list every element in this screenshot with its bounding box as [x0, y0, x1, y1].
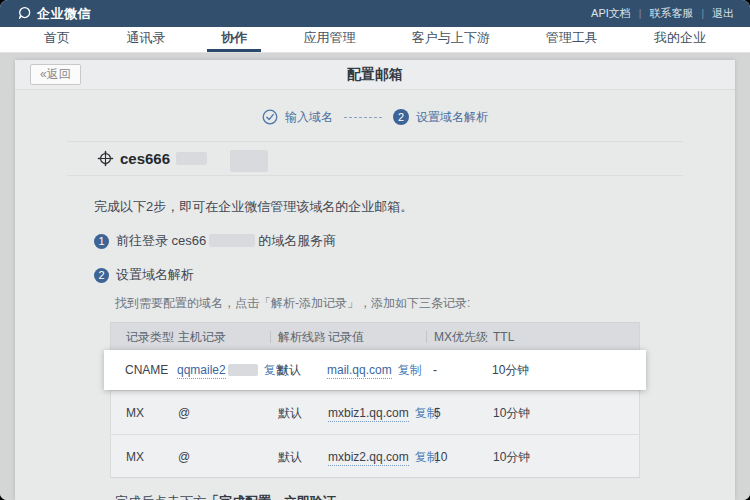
host-record: @ — [178, 391, 278, 435]
col-host-record: 主机记录 — [178, 323, 278, 351]
page-background: «返回 配置邮箱 输入域名 2 设置域名解析 — [0, 53, 750, 500]
redaction-box — [228, 364, 258, 376]
redaction-box — [176, 152, 207, 165]
step1-row: 1 前往登录 ces66的域名服务商 — [94, 232, 683, 250]
nav-tab-contacts[interactable]: 通讯录 — [112, 27, 179, 52]
footer-note: 完成后点击下方「完成配置，立即验证」。 — [115, 493, 683, 500]
col-record-value: 记录值 — [328, 323, 434, 351]
nav-tab-collaboration[interactable]: 协作 — [207, 27, 261, 52]
nav-tab-admin-tools[interactable]: 管理工具 — [532, 27, 612, 52]
brand: 企业微信 — [17, 5, 91, 23]
mx-priority: 5 — [434, 391, 493, 435]
step2-number-badge: 2 — [94, 268, 109, 283]
record-type: MX — [126, 391, 178, 435]
step1-indicator-label: 输入域名 — [285, 109, 333, 126]
domain-row: ces666 — [97, 148, 683, 168]
step-indicator: 输入域名 2 设置域名解析 — [67, 109, 683, 125]
separator: | — [639, 8, 642, 19]
back-button[interactable]: «返回 — [30, 64, 81, 85]
contact-support-link[interactable]: 联系客服 — [647, 6, 695, 21]
copy-value-button[interactable]: 复制 — [398, 363, 422, 377]
table-header-row: 记录类型 主机记录 解析线路 记录值 MX优先级 TTL — [110, 322, 640, 350]
topbar: 企业微信 API文档 | 联系客服 | 退出 — [0, 0, 750, 27]
resolution-line: 默认 — [278, 435, 328, 479]
resolution-line: 默认 — [277, 350, 327, 390]
logout-link[interactable]: 退出 — [710, 6, 736, 21]
table-row-mx1: MX @ 默认 mxbiz1.qq.com复制 5 10分钟 — [110, 390, 640, 434]
card-header: «返回 配置邮箱 — [15, 60, 735, 90]
step-connector — [344, 117, 382, 118]
table-row-cname: CNAME qqmaile2复制 默认 mail.qq.com复制 - 10分钟 — [104, 350, 646, 390]
wecom-logo-icon — [17, 6, 32, 21]
step-done-check-icon — [262, 109, 278, 125]
app-window: 企业微信 API文档 | 联系客服 | 退出 首页 通讯录 协作 应用管理 客户… — [0, 0, 750, 500]
api-docs-link[interactable]: API文档 — [589, 6, 633, 21]
host-record: qqmaile2复制 — [177, 350, 277, 390]
record-value: mxbiz1.qq.com复制 — [328, 391, 434, 435]
ttl: 10分钟 — [493, 435, 639, 479]
separator: | — [701, 8, 704, 19]
page-title: 配置邮箱 — [347, 66, 403, 84]
step1-number-badge: 1 — [94, 234, 109, 249]
step2-row: 2 设置域名解析 — [94, 266, 683, 284]
brand-name: 企业微信 — [37, 5, 91, 23]
nav-tab-my-company[interactable]: 我的企业 — [640, 27, 720, 52]
step2-number-badge: 2 — [393, 109, 409, 125]
main-nav: 首页 通讯录 协作 应用管理 客户与上下游 管理工具 我的企业 — [0, 27, 750, 53]
step1-text: 前往登录 ces66的域名服务商 — [116, 232, 336, 250]
topbar-links: API文档 | 联系客服 | 退出 — [589, 6, 736, 21]
configure-mailbox-card: «返回 配置邮箱 输入域名 2 设置域名解析 — [15, 60, 735, 500]
table-row-mx2: MX @ 默认 mxbiz2.qq.com复制 10 10分钟 — [110, 434, 640, 478]
record-type: MX — [126, 435, 178, 479]
record-value: mail.qq.com复制 — [327, 350, 433, 390]
step2-indicator-label: 设置域名解析 — [416, 109, 488, 126]
redaction-box — [230, 150, 268, 172]
domain-globe-icon — [97, 150, 114, 167]
dns-records-table: 记录类型 主机记录 解析线路 记录值 MX优先级 TTL CNAME qqmai… — [110, 322, 640, 478]
card-body: 输入域名 2 设置域名解析 — [15, 109, 735, 500]
mx-priority: 10 — [434, 435, 493, 479]
domain-name: ces666 — [120, 150, 170, 167]
divider — [67, 141, 683, 142]
step2-instruction: 找到需要配置的域名，点击「解析-添加记录」，添加如下三条记录: — [115, 295, 683, 312]
resolution-line: 默认 — [278, 391, 328, 435]
record-type: CNAME — [125, 350, 177, 390]
mx-priority: - — [433, 350, 492, 390]
col-ttl: TTL — [493, 323, 639, 351]
nav-tab-app-management[interactable]: 应用管理 — [289, 27, 369, 52]
ttl: 10分钟 — [493, 391, 639, 435]
nav-tab-customers[interactable]: 客户与上下游 — [398, 27, 504, 52]
ttl: 10分钟 — [492, 350, 646, 390]
step2-title: 设置域名解析 — [116, 266, 194, 284]
redaction-box — [209, 234, 255, 247]
record-value: mxbiz2.qq.com复制 — [328, 435, 434, 479]
divider — [67, 175, 683, 176]
host-record: @ — [178, 435, 278, 479]
nav-tab-home[interactable]: 首页 — [30, 27, 84, 52]
intro-text: 完成以下2步，即可在企业微信管理该域名的企业邮箱。 — [94, 198, 683, 216]
